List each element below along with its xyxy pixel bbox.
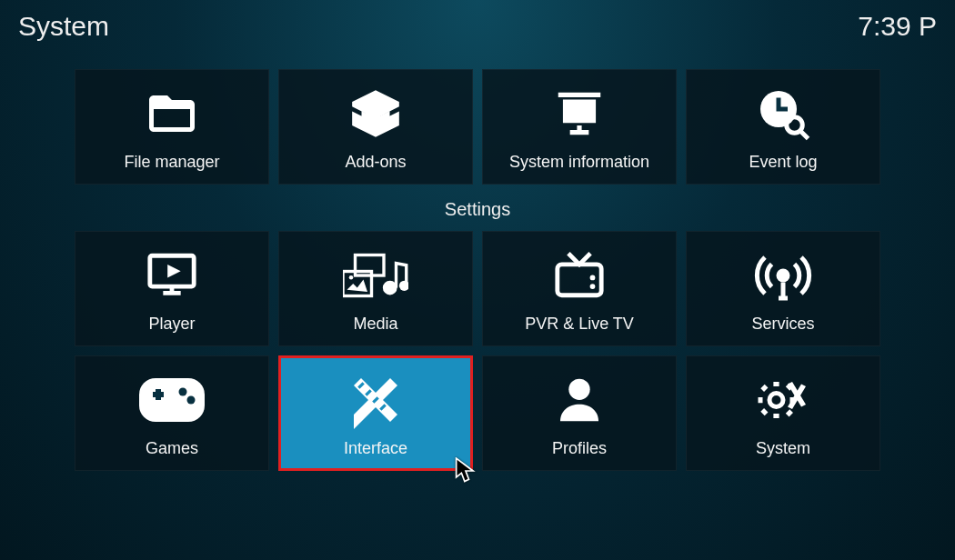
tv-icon bbox=[543, 244, 616, 307]
monitor-play-icon bbox=[136, 244, 208, 307]
tile-system[interactable]: System bbox=[686, 355, 880, 471]
tile-addons[interactable]: Add-ons bbox=[278, 69, 473, 185]
svg-point-12 bbox=[777, 269, 790, 283]
clock-search-icon bbox=[747, 82, 819, 145]
tile-file-manager[interactable]: File manager bbox=[75, 69, 269, 185]
broadcast-icon bbox=[747, 244, 819, 307]
mouse-cursor bbox=[455, 457, 477, 488]
clock: 7:39 P bbox=[858, 11, 937, 42]
svg-point-16 bbox=[769, 394, 783, 407]
svg-rect-9 bbox=[558, 265, 601, 295]
svg-point-0 bbox=[568, 103, 580, 115]
tile-event-log[interactable]: Event log bbox=[686, 69, 880, 185]
tile-label: Add-ons bbox=[345, 153, 406, 172]
gamepad-icon bbox=[136, 368, 208, 432]
tile-label: Interface bbox=[344, 439, 407, 458]
tile-pvr-live-tv[interactable]: PVR & Live TV bbox=[482, 231, 677, 346]
tile-services[interactable]: Services bbox=[686, 231, 880, 346]
folder-icon bbox=[136, 82, 208, 145]
tile-label: Player bbox=[148, 315, 195, 334]
presentation-icon bbox=[543, 82, 616, 145]
tile-interface[interactable]: Interface bbox=[278, 355, 473, 471]
tile-label: System information bbox=[509, 153, 649, 172]
tile-label: Profiles bbox=[552, 439, 607, 458]
person-icon bbox=[543, 368, 616, 432]
row-2: Player Media PVR & Live TV Services bbox=[75, 231, 880, 346]
gear-tools-icon bbox=[747, 368, 819, 432]
tile-player[interactable]: Player bbox=[75, 231, 269, 346]
tile-label: Event log bbox=[749, 153, 817, 172]
svg-point-8 bbox=[399, 281, 408, 291]
row-1: File manager Add-ons System information … bbox=[75, 69, 880, 185]
section-label: Settings bbox=[445, 199, 510, 220]
header: System 7:39 P bbox=[0, 0, 955, 42]
tile-system-information[interactable]: System information bbox=[482, 69, 677, 185]
tile-label: Services bbox=[751, 315, 814, 334]
tile-label: File manager bbox=[124, 153, 219, 172]
tile-games[interactable]: Games bbox=[75, 355, 269, 471]
svg-point-6 bbox=[349, 275, 354, 280]
svg-point-13 bbox=[179, 388, 187, 396]
svg-point-15 bbox=[568, 379, 589, 400]
page-title: System bbox=[18, 11, 109, 42]
tile-label: Media bbox=[353, 315, 397, 334]
svg-point-2 bbox=[787, 117, 803, 134]
tile-label: PVR & Live TV bbox=[525, 315, 634, 334]
row-3: Games Interface Profiles System bbox=[75, 355, 880, 471]
pencil-ruler-icon bbox=[339, 368, 412, 432]
tile-profiles[interactable]: Profiles bbox=[482, 355, 677, 471]
tile-label: System bbox=[756, 439, 810, 458]
svg-point-14 bbox=[187, 396, 196, 405]
settings-grid: File manager Add-ons System information … bbox=[0, 42, 955, 471]
tile-label: Games bbox=[146, 439, 198, 458]
svg-point-10 bbox=[590, 284, 596, 289]
media-icon bbox=[339, 244, 412, 307]
box-icon bbox=[339, 82, 412, 145]
svg-point-11 bbox=[590, 275, 596, 281]
tile-media[interactable]: Media bbox=[278, 231, 473, 346]
